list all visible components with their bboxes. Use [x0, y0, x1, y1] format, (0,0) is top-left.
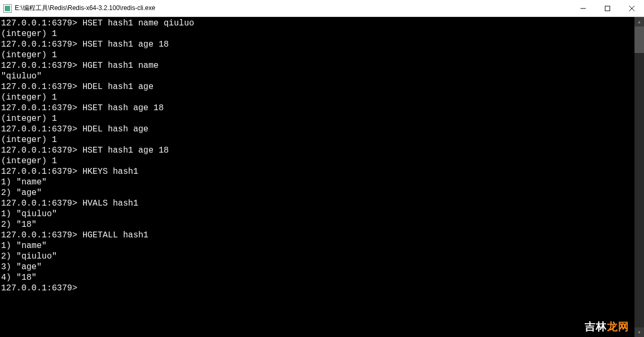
close-button[interactable] — [620, 0, 644, 17]
terminal-area: 127.0.0.1:6379> HSET hash1 name qiuluo (… — [0, 17, 644, 337]
watermark-prefix: 吉林 — [585, 321, 607, 332]
minimize-icon — [580, 6, 586, 11]
scroll-down-button[interactable]: ▼ — [634, 327, 644, 337]
watermark: 吉林龙网 — [585, 320, 629, 334]
window-title: E:\编程工具\Redis\Redis-x64-3.2.100\redis-cl… — [15, 4, 155, 13]
close-icon — [629, 6, 634, 11]
watermark-suffix: 龙网 — [607, 321, 629, 332]
app-icon — [3, 4, 12, 13]
svg-rect-1 — [605, 6, 610, 11]
scroll-up-button[interactable]: ▲ — [634, 17, 644, 26]
minimize-button[interactable] — [571, 0, 595, 17]
titlebar-left: E:\编程工具\Redis\Redis-x64-3.2.100\redis-cl… — [0, 4, 155, 13]
maximize-icon — [605, 6, 610, 11]
scrollbar-vertical[interactable]: ▲ ▼ — [634, 17, 644, 337]
terminal-output[interactable]: 127.0.0.1:6379> HSET hash1 name qiuluo (… — [0, 17, 634, 337]
scroll-thumb[interactable] — [634, 26, 644, 53]
window-controls — [571, 0, 644, 16]
window-titlebar: E:\编程工具\Redis\Redis-x64-3.2.100\redis-cl… — [0, 0, 644, 17]
maximize-button[interactable] — [595, 0, 620, 17]
